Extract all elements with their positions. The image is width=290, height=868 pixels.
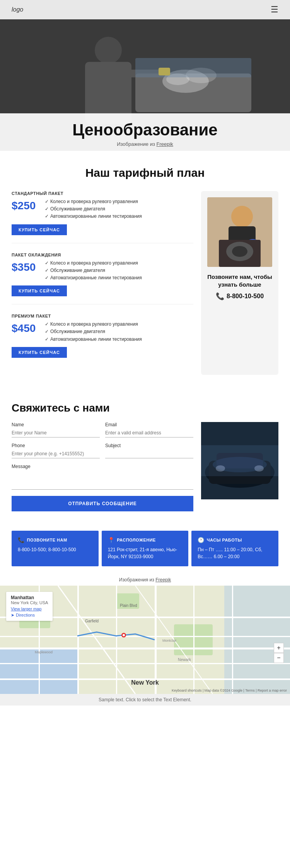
svg-rect-43 xyxy=(232,586,233,694)
svg-point-25 xyxy=(216,465,225,472)
directions-arrow-icon: ➤ xyxy=(11,613,14,618)
check-icon: ✓ xyxy=(45,198,49,205)
plan-standard-features: ✓ Колесо и проверка рулевого управления … xyxy=(45,198,193,220)
form-row-phone-subject: Phone Subject xyxy=(12,443,193,458)
map-location-title: Manhattan xyxy=(11,595,48,600)
freepik-link[interactable]: Freepik xyxy=(157,141,173,147)
contact-image xyxy=(201,422,278,499)
contact-title: Свяжитесь с нами xyxy=(12,402,278,414)
submit-button[interactable]: ОТПРАВИТЬ СООБЩЕНИЕ xyxy=(12,496,193,511)
map-attribution: Keyboard shortcuts | Map data ©2024 Goog… xyxy=(172,689,287,692)
plan-premium-price: $450 xyxy=(12,322,39,335)
feature-item: ✓ Обслуживание двигателя xyxy=(45,205,193,213)
feature-item: ✓ Автоматизированные линии тестирования xyxy=(45,213,193,220)
form-group-message: Message xyxy=(12,464,193,496)
svg-point-52 xyxy=(123,634,125,636)
info-card-hours: 🕐 ЧАСЫ РАБОТЫ Пн – Пт ….. 11:00 – 20:00,… xyxy=(191,531,278,566)
phone-input[interactable] xyxy=(12,449,100,458)
form-group-name: Name xyxy=(12,422,100,437)
svg-rect-41 xyxy=(155,586,157,694)
map-location-sub: New York City, USA xyxy=(11,600,48,605)
hero-subtitle: Изображение из Freepik xyxy=(12,141,278,147)
sample-text-footer[interactable]: Sample text. Click to select the Text El… xyxy=(0,694,290,706)
logo: logo xyxy=(12,6,23,13)
svg-point-12 xyxy=(231,206,253,227)
check-icon: ✓ xyxy=(45,274,49,282)
svg-point-2 xyxy=(95,37,122,64)
pricing-title: Наш тарифный план xyxy=(12,166,278,179)
hero-title-box: Ценообразование Изображение из Freepik xyxy=(0,113,290,151)
plan-premium-buy-button[interactable]: КУПИТЬ СЕЙЧАС xyxy=(12,347,67,358)
form-group-subject: Subject xyxy=(105,443,193,458)
form-group-email: Email xyxy=(105,422,193,437)
check-icon: ✓ xyxy=(45,260,49,267)
svg-text:Newark: Newark xyxy=(178,658,191,662)
plan-premium-name: ПРЕМИУМ ПАКЕТ xyxy=(12,314,193,318)
phone-icon: 📞 xyxy=(18,537,25,543)
feature-item: ✓ Колесо и проверка рулевого управления xyxy=(45,321,193,328)
mechanic-image xyxy=(207,197,272,267)
plan-standard: СТАНДАРТНЫЙ ПАКЕТ $250 ✓ Колесо и провер… xyxy=(12,191,193,243)
clock-icon: 🕐 xyxy=(198,537,205,543)
sidebar-phone: 📞 8-800-10-500 xyxy=(216,292,264,301)
name-input[interactable] xyxy=(12,429,100,437)
menu-button[interactable]: ☰ xyxy=(271,5,278,15)
feature-item: ✓ Колесо и проверка рулевого управления xyxy=(45,260,193,267)
message-textarea[interactable] xyxy=(12,470,193,490)
map-overlay-info: Manhattan New York City, USA View larger… xyxy=(6,592,53,621)
zoom-out-button[interactable]: − xyxy=(274,653,284,663)
svg-rect-36 xyxy=(0,663,290,664)
feature-item: ✓ Обслуживание двигателя xyxy=(45,328,193,335)
svg-text:Plain Blvd: Plain Blvd xyxy=(120,603,137,608)
header: logo ☰ xyxy=(0,0,290,19)
name-label: Name xyxy=(12,422,100,427)
plan-standard-price: $250 xyxy=(12,200,39,212)
freepik-link-2[interactable]: Freepik xyxy=(155,577,171,583)
plan-premium-content: $450 ✓ Колесо и проверка рулевого управл… xyxy=(12,321,193,343)
plan-premium: ПРЕМИУМ ПАКЕТ $450 ✓ Колесо и проверка р… xyxy=(12,314,193,366)
feature-item: ✓ Автоматизированные линии тестирования xyxy=(45,274,193,282)
svg-point-26 xyxy=(254,465,264,472)
plan-cooling-price: $350 xyxy=(12,261,39,273)
svg-text:Montclair: Montclair xyxy=(162,639,177,642)
feature-item: ✓ Обслуживание двигателя xyxy=(45,267,193,274)
svg-rect-10 xyxy=(135,58,251,77)
feature-item: ✓ Колесо и проверка рулевого управления xyxy=(45,198,193,205)
check-icon: ✓ xyxy=(45,205,49,213)
info-card-location-content: 121 Рок-стрит, 21-я авеню, Нью-Йорк, NY … xyxy=(108,546,183,560)
plan-premium-features: ✓ Колесо и проверка рулевого управления … xyxy=(45,321,193,343)
plan-cooling-features: ✓ Колесо и проверка рулевого управления … xyxy=(45,260,193,282)
location-icon: 📍 xyxy=(108,537,115,543)
contact-form: Name Email Phone Subject Me xyxy=(12,422,193,511)
view-larger-map-link[interactable]: View larger map xyxy=(11,607,48,611)
plan-standard-name: СТАНДАРТНЫЙ ПАКЕТ xyxy=(12,191,193,196)
contact-layout: Name Email Phone Subject Me xyxy=(12,422,278,511)
plan-cooling-content: $350 ✓ Колесо и проверка рулевого управл… xyxy=(12,260,193,282)
plan-standard-buy-button[interactable]: КУПИТЬ СЕЙЧАС xyxy=(12,224,67,235)
form-row-name-email: Name Email xyxy=(12,422,193,437)
freepik-credit-2: Изображения из Freepik xyxy=(0,574,290,586)
info-card-phone: 📞 ПОЗВОНИТЕ НАМ 8-800-10-500; 8-800-10-5… xyxy=(12,531,99,566)
email-label: Email xyxy=(105,422,193,427)
pricing-section: Наш тарифный план СТАНДАРТНЫЙ ПАКЕТ $250… xyxy=(0,151,290,386)
check-icon: ✓ xyxy=(45,213,49,220)
map-city-label: New York xyxy=(131,679,159,686)
svg-text:Garfield: Garfield xyxy=(85,619,99,623)
hero-section: Ценообразование Изображение из Freepik xyxy=(0,19,290,151)
subject-input[interactable] xyxy=(105,449,193,458)
svg-rect-40 xyxy=(116,586,117,694)
zoom-in-button[interactable]: + xyxy=(274,643,284,653)
info-card-phone-content: 8-800-10-500; 8-800-10-500 xyxy=(18,546,92,553)
check-icon: ✓ xyxy=(45,321,49,328)
map-section: Garfield Plain Blvd Maplewood Montclair … xyxy=(0,586,290,694)
phone-icon: 📞 xyxy=(216,292,224,301)
email-input[interactable] xyxy=(105,429,193,437)
svg-text:Maplewood: Maplewood xyxy=(35,650,53,654)
plan-cooling-buy-button[interactable]: КУПИТЬ СЕЙЧАС xyxy=(12,285,67,296)
map-directions[interactable]: ➤ Directions xyxy=(11,613,48,618)
info-card-hours-content: Пн – Пт ….. 11:00 – 20:00, Сб, Вс…… 6.00… xyxy=(198,546,272,560)
form-group-phone: Phone xyxy=(12,443,100,458)
pricing-sidebar: Позвоните нам, чтобы узнать больше 📞 8-8… xyxy=(201,191,278,375)
check-icon: ✓ xyxy=(45,328,49,335)
zoom-controls: + − xyxy=(274,643,284,663)
